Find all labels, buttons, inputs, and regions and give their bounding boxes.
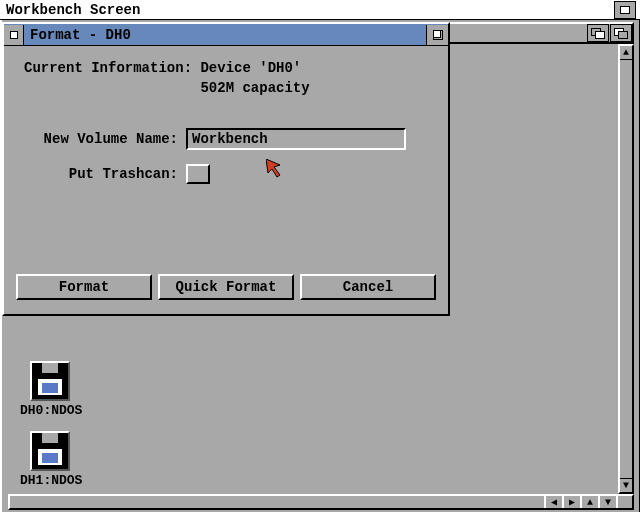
- resize-gadget[interactable]: [616, 496, 632, 508]
- cancel-button-label: Cancel: [343, 279, 393, 295]
- format-button-label: Format: [59, 279, 109, 295]
- volume-name-input[interactable]: [186, 128, 406, 150]
- trashcan-label: Put Trashcan:: [16, 166, 186, 182]
- scroll-up-arrow[interactable]: ▲: [620, 46, 632, 60]
- format-dialog: Format - DH0 Current Information: Device…: [2, 22, 450, 316]
- screen-titlebar: Workbench Screen: [0, 0, 640, 20]
- floppy-icon: [30, 431, 70, 471]
- disk-icon-dh0[interactable]: DH0:NDOS: [20, 361, 80, 418]
- volume-name-row: New Volume Name:: [16, 128, 436, 150]
- disk-label: DH0:NDOS: [20, 403, 80, 418]
- scroll-down-arrow[interactable]: ▼: [620, 478, 632, 492]
- zoom-gadget[interactable]: [426, 25, 448, 45]
- quick-format-button-label: Quick Format: [176, 279, 277, 295]
- horizontal-scrollbar[interactable]: [10, 496, 544, 508]
- screen-depth-gadget[interactable]: [614, 1, 636, 19]
- disk-icon-dh1[interactable]: DH1:NDOS: [20, 431, 80, 488]
- window-depth-gadget[interactable]: [610, 24, 632, 42]
- window-zoom-gadget[interactable]: [587, 24, 609, 42]
- dialog-body: Current Information: Device 'DH0' 502M c…: [4, 46, 448, 314]
- trashcan-row: Put Trashcan:: [16, 164, 436, 184]
- cancel-button[interactable]: Cancel: [300, 274, 436, 300]
- capacity-line: 502M capacity: [200, 80, 309, 96]
- info-label: Current Information:: [24, 60, 192, 76]
- dialog-titlebar[interactable]: Format - DH0: [4, 24, 448, 46]
- scroll-up-arrow-2[interactable]: ▲: [580, 496, 598, 508]
- desktop: ▲ ▼ ◀ ▶ ▲ ▼ DH0:NDOS DH1:NDOS Format - D…: [0, 20, 640, 512]
- scroll-down-arrow-2[interactable]: ▼: [598, 496, 616, 508]
- trashcan-checkbox[interactable]: [186, 164, 210, 184]
- button-row: Format Quick Format Cancel: [16, 274, 436, 300]
- scroll-left-arrow[interactable]: ◀: [544, 496, 562, 508]
- current-info: Current Information: Device 'DH0' 502M c…: [24, 58, 436, 98]
- disk-label: DH1:NDOS: [20, 473, 80, 488]
- format-button[interactable]: Format: [16, 274, 152, 300]
- quick-format-button[interactable]: Quick Format: [158, 274, 294, 300]
- bottom-scrollbar: ◀ ▶ ▲ ▼: [8, 494, 634, 510]
- device-line: Device 'DH0': [200, 60, 301, 76]
- svg-marker-0: [266, 159, 280, 177]
- screen-title: Workbench Screen: [4, 2, 612, 18]
- vertical-scrollbar[interactable]: ▲ ▼: [618, 44, 634, 494]
- volume-name-label: New Volume Name:: [16, 131, 186, 147]
- dialog-title: Format - DH0: [24, 27, 426, 43]
- close-gadget[interactable]: [4, 25, 24, 45]
- floppy-icon: [30, 361, 70, 401]
- scroll-right-arrow[interactable]: ▶: [562, 496, 580, 508]
